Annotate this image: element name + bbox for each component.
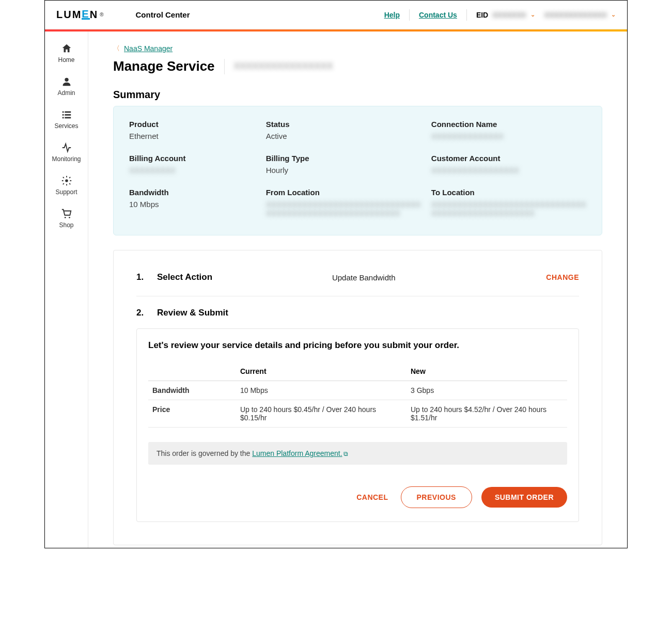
chevron-left-icon: 〈: [113, 44, 120, 53]
sidebar-item-admin[interactable]: Admin: [45, 71, 88, 104]
sidebar-item-label: Admin: [57, 89, 75, 97]
row-new: 3 Gbps: [407, 381, 567, 400]
svg-rect-6: [65, 117, 71, 119]
top-bar: LUMEN® Control Center Help Contact Us EI…: [45, 1, 627, 29]
chevron-down-icon: ⌄: [611, 11, 616, 18]
main-content: 〈 NaaS Manager Manage Service XXXXXXXXXX…: [88, 31, 627, 548]
breadcrumb-link[interactable]: NaaS Manager: [124, 44, 173, 53]
sidebar-item-shop[interactable]: Shop: [45, 203, 88, 236]
page-title: Manage Service: [113, 58, 215, 74]
sidebar-item-monitoring[interactable]: Monitoring: [45, 137, 88, 170]
summary-field-connection-name: Connection Name XXXXXXXXXXXXXX: [431, 120, 586, 140]
summary-field-bandwidth: Bandwidth 10 Mbps: [129, 188, 256, 217]
field-value: XXXXXXXXXXXXXXXXXXXXXXXXXXXXXX XXXXXXXXX…: [266, 200, 421, 217]
external-link-icon: ⧉: [343, 450, 348, 457]
field-value: XXXXXXXXX: [129, 166, 256, 175]
svg-point-8: [64, 217, 66, 218]
svg-rect-3: [62, 114, 64, 116]
chevron-down-icon: ⌄: [530, 11, 535, 18]
change-link[interactable]: CHANGE: [546, 273, 579, 281]
user-dropdown[interactable]: XXXXXXXXXXXXX ⌄: [544, 11, 616, 19]
summary-heading: Summary: [113, 89, 602, 101]
row-new: Up to 240 hours $4.52/hr / Over 240 hour…: [407, 400, 567, 428]
logo[interactable]: LUMEN®: [56, 9, 105, 21]
summary-field-from-location: From Location XXXXXXXXXXXXXXXXXXXXXXXXXX…: [266, 188, 421, 217]
sidebar-item-label: Monitoring: [52, 155, 81, 163]
field-value: XXXXXXXXXXXXXX: [431, 132, 586, 140]
field-value: Ethernet: [129, 132, 256, 140]
contact-link[interactable]: Contact Us: [419, 11, 457, 19]
activity-icon: [61, 142, 72, 153]
field-label: Product: [129, 120, 256, 129]
step-1-row: 1. Select Action Update Bandwidth CHANGE: [136, 269, 579, 296]
summary-card: Product Ethernet Status Active Connectio…: [113, 106, 602, 235]
field-label: Status: [266, 120, 421, 129]
review-table: Current New Bandwidth 10 Mbps 3 Gbps: [148, 362, 567, 428]
agreement-link[interactable]: Lumen Platform Agreement.: [252, 449, 342, 457]
summary-field-billing-account: Billing Account XXXXXXXXX: [129, 154, 256, 175]
field-label: Customer Account: [431, 154, 586, 163]
agreement-text: This order is governed by the: [157, 449, 252, 457]
row-current: Up to 240 hours $0.45/hr / Over 240 hour…: [236, 400, 407, 428]
action-row: CANCEL PREVIOUS SUBMIT ORDER: [148, 486, 567, 508]
review-card: Let's review your service details and pr…: [136, 328, 579, 522]
divider: [409, 9, 410, 21]
eid-label: EID: [476, 11, 488, 19]
summary-field-product: Product Ethernet: [129, 120, 256, 140]
step-2-row: 2. Review & Submit: [136, 308, 579, 318]
list-icon: [61, 109, 72, 120]
svg-point-0: [65, 78, 68, 82]
summary-field-to-location: To Location XXXXXXXXXXXXXXXXXXXXXXXXXXXX…: [431, 188, 586, 217]
home-icon: [61, 43, 72, 54]
sidebar-item-home[interactable]: Home: [45, 38, 88, 71]
step-number: 2.: [136, 308, 157, 318]
sidebar-item-label: Shop: [59, 222, 73, 229]
sidebar: Home Admin Services Monitoring Support S…: [45, 31, 88, 548]
breadcrumb: 〈 NaaS Manager: [113, 44, 602, 53]
eid-dropdown[interactable]: EID XXXXXXX ⌄: [476, 11, 535, 19]
agreement-notice: This order is governed by the Lumen Plat…: [148, 442, 567, 465]
row-label: Price: [148, 400, 236, 428]
field-label: From Location: [266, 188, 421, 197]
table-row: Price Up to 240 hours $0.45/hr / Over 24…: [148, 400, 567, 428]
field-label: Connection Name: [431, 120, 586, 129]
help-link[interactable]: Help: [384, 11, 400, 19]
field-label: Billing Type: [266, 154, 421, 163]
app-name: Control Center: [136, 10, 190, 19]
field-label: Billing Account: [129, 154, 256, 163]
review-heading: Let's review your service details and pr…: [148, 340, 567, 351]
divider: [466, 9, 467, 21]
sidebar-item-label: Home: [58, 56, 74, 64]
user-value: XXXXXXXXXXXXX: [544, 11, 607, 19]
sidebar-item-label: Services: [54, 122, 78, 130]
field-value: 10 Mbps: [129, 200, 256, 209]
summary-field-customer-account: Customer Account XXXXXXXXXXXXXXXXX: [431, 154, 586, 175]
svg-rect-4: [65, 114, 71, 116]
eid-value: XXXXXXX: [492, 11, 526, 19]
row-current: 10 Mbps: [236, 381, 407, 400]
field-value: XXXXXXXXXXXXXXXXX: [431, 166, 586, 175]
page-subtitle: XXXXXXXXXXXXXXXX: [234, 61, 333, 72]
divider: [224, 59, 225, 74]
step-title: Select Action: [157, 272, 212, 282]
svg-point-9: [69, 217, 70, 218]
step-number: 1.: [136, 272, 157, 282]
svg-point-7: [65, 179, 68, 182]
field-value: Hourly: [266, 166, 421, 175]
wizard-card: 1. Select Action Update Bandwidth CHANGE…: [113, 250, 602, 545]
summary-field-billing-type: Billing Type Hourly: [266, 154, 421, 175]
field-value: Active: [266, 132, 421, 140]
step-value: Update Bandwidth: [332, 273, 396, 282]
submit-order-button[interactable]: SUBMIT ORDER: [481, 487, 567, 508]
cancel-button[interactable]: CANCEL: [353, 487, 391, 508]
step-title: Review & Submit: [157, 308, 228, 318]
svg-rect-2: [65, 112, 71, 113]
sidebar-item-services[interactable]: Services: [45, 104, 88, 137]
svg-rect-5: [62, 117, 64, 119]
field-label: Bandwidth: [129, 188, 256, 197]
sidebar-item-label: Support: [55, 188, 77, 196]
svg-rect-1: [62, 112, 64, 113]
sidebar-item-support[interactable]: Support: [45, 170, 88, 203]
previous-button[interactable]: PREVIOUS: [401, 486, 472, 508]
field-label: To Location: [431, 188, 586, 197]
